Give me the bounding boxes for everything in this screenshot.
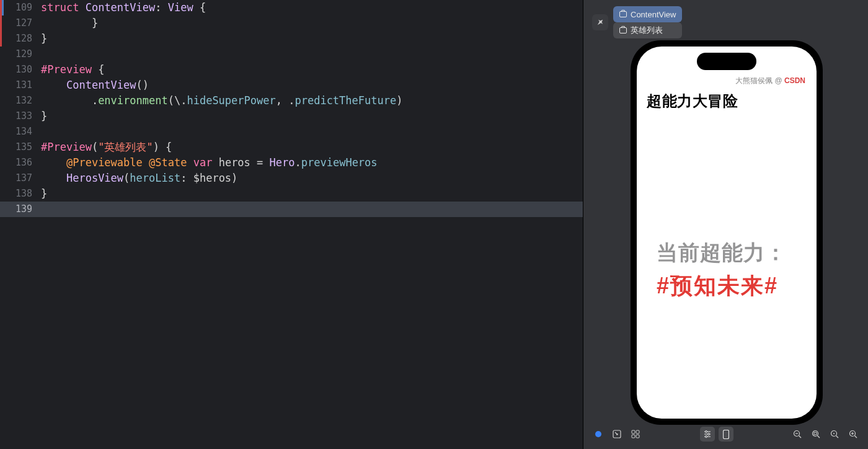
code-line[interactable]: 139 xyxy=(0,202,583,217)
dynamic-island xyxy=(697,53,756,70)
line-number: 138 xyxy=(0,186,41,202)
code-line[interactable]: 135#Preview("英雄列表") { xyxy=(0,140,583,155)
variants-button[interactable] xyxy=(628,427,643,442)
watermark-text: 大熊猫侯佩 @ xyxy=(735,76,784,85)
device-screen: 大熊猫侯佩 @ CSDN 超能力大冒险 当前超能力： #预知未来# xyxy=(637,47,817,419)
pin-icon xyxy=(596,19,604,26)
gutter-marker-blue xyxy=(2,0,4,16)
code-content[interactable]: } xyxy=(41,31,583,47)
svg-line-16 xyxy=(836,435,838,438)
code-content[interactable]: ContentView() xyxy=(41,78,583,93)
code-content[interactable] xyxy=(41,202,583,217)
svg-point-5 xyxy=(705,431,707,433)
svg-point-6 xyxy=(707,433,709,435)
code-content[interactable]: #Preview { xyxy=(41,62,583,78)
zoom-fit-icon xyxy=(812,430,821,439)
zoom-out-button[interactable] xyxy=(790,427,805,442)
code-content[interactable]: struct ContentView: View { xyxy=(41,0,583,16)
cursor-box-icon xyxy=(613,430,621,438)
live-preview-button[interactable] xyxy=(591,427,606,442)
code-content[interactable]: } xyxy=(41,16,583,31)
code-content[interactable]: HerosView(heroList: $heros) xyxy=(41,171,583,186)
svg-point-12 xyxy=(812,430,818,436)
line-number: 137 xyxy=(0,171,41,186)
code-content[interactable]: #Preview("英雄列表") { xyxy=(41,140,583,155)
line-number: 132 xyxy=(0,93,41,109)
code-line[interactable]: 129 xyxy=(0,47,583,62)
code-line[interactable]: 132 .environment(\.hideSuperPower, .pred… xyxy=(0,93,583,109)
svg-line-13 xyxy=(817,435,820,438)
preview-tab-label: ContentView xyxy=(631,10,676,19)
watermark: 大熊猫侯佩 @ CSDN xyxy=(735,76,805,86)
line-number: 130 xyxy=(0,62,41,78)
line-number: 134 xyxy=(0,124,41,140)
code-content[interactable]: @Previewable @State var heros = Hero.pre… xyxy=(41,155,583,171)
line-number: 131 xyxy=(0,78,41,93)
code-line[interactable]: 130#Preview { xyxy=(0,62,583,78)
grid-icon xyxy=(631,430,640,438)
code-content[interactable] xyxy=(41,124,583,140)
svg-rect-4 xyxy=(636,435,639,438)
preview-canvas: ContentView英雄列表 大熊猫侯佩 @ CSDN 超能力大冒险 当前超能… xyxy=(583,0,868,449)
watermark-brand: CSDN xyxy=(784,76,805,85)
zoom-100-icon xyxy=(830,430,839,439)
code-line[interactable]: 134 xyxy=(0,124,583,140)
preview-tab[interactable]: ContentView xyxy=(613,6,682,22)
pin-button[interactable] xyxy=(592,14,608,30)
svg-rect-1 xyxy=(632,430,635,433)
svg-rect-8 xyxy=(723,430,728,438)
preview-tab[interactable]: 英雄列表 xyxy=(613,22,682,38)
selectable-button[interactable] xyxy=(609,427,624,442)
zoom-actual-button[interactable] xyxy=(827,427,842,442)
zoom-fit-button[interactable] xyxy=(808,427,823,442)
line-number: 129 xyxy=(0,47,41,62)
code-line[interactable]: 133} xyxy=(0,109,583,124)
code-line[interactable]: 131 ContentView() xyxy=(0,78,583,93)
archivebox-icon xyxy=(619,11,627,17)
svg-rect-2 xyxy=(636,430,639,433)
content-text: 当前超能力： #预知未来# xyxy=(657,239,804,301)
line-number: 135 xyxy=(0,140,41,155)
code-line[interactable]: 138} xyxy=(0,186,583,202)
preview-tab-bar: ContentView英雄列表 xyxy=(592,6,682,38)
zoom-in-icon xyxy=(849,430,858,439)
superpower-value: #预知未来# xyxy=(657,271,804,301)
svg-point-7 xyxy=(705,436,707,438)
line-number: 127 xyxy=(0,16,41,31)
svg-line-19 xyxy=(854,435,857,438)
archivebox-icon xyxy=(619,27,627,33)
svg-point-17 xyxy=(833,433,835,434)
svg-rect-3 xyxy=(632,435,635,438)
code-content[interactable]: .environment(\.hideSuperPower, .predictT… xyxy=(41,93,583,109)
zoom-out-icon xyxy=(793,430,802,439)
line-number: 109 xyxy=(0,0,41,16)
code-line[interactable]: 127 } xyxy=(0,16,583,31)
svg-rect-14 xyxy=(814,432,817,435)
code-content[interactable]: } xyxy=(41,186,583,202)
superpower-label: 当前超能力： xyxy=(657,239,804,267)
code-line[interactable]: 136 @Previewable @State var heros = Hero… xyxy=(0,155,583,171)
code-line[interactable]: 128} xyxy=(0,31,583,47)
device-frame: 大熊猫侯佩 @ CSDN 超能力大冒险 当前超能力： #预知未来# xyxy=(631,40,823,425)
line-number: 136 xyxy=(0,155,41,171)
phone-icon xyxy=(723,430,729,439)
device-settings-button[interactable] xyxy=(700,427,715,442)
device-bezel-button[interactable] xyxy=(719,427,733,442)
zoom-in-button[interactable] xyxy=(846,427,861,442)
svg-line-10 xyxy=(799,435,801,438)
code-content[interactable]: } xyxy=(41,109,583,124)
code-content[interactable] xyxy=(41,47,583,62)
code-line[interactable]: 137 HerosView(heroList: $heros) xyxy=(0,171,583,186)
code-editor[interactable]: 109struct ContentView: View {127 }128}12… xyxy=(0,0,583,449)
preview-tab-label: 英雄列表 xyxy=(631,25,663,36)
preview-toolbar xyxy=(591,427,861,442)
line-number: 139 xyxy=(0,202,41,217)
sliders-icon xyxy=(703,430,712,438)
code-line[interactable]: 109struct ContentView: View { xyxy=(0,0,583,16)
app-nav-title: 超能力大冒险 xyxy=(647,91,738,111)
line-number: 128 xyxy=(0,31,41,47)
line-number: 133 xyxy=(0,109,41,124)
